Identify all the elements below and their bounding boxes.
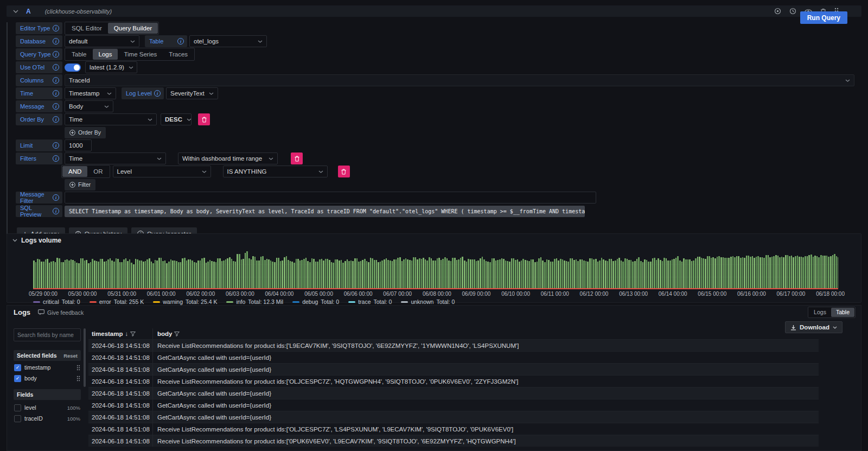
volume-bar bbox=[763, 258, 765, 289]
legend-item-warning[interactable]: warningTotal: 25.4 K bbox=[153, 298, 217, 305]
info-icon[interactable]: i bbox=[53, 208, 59, 214]
give-feedback-link[interactable]: Give feedback bbox=[38, 309, 84, 316]
table-row[interactable]: 2024-06-18 14:51:08GetCartAsync called w… bbox=[88, 411, 819, 423]
view-option-logs[interactable]: Logs bbox=[809, 308, 831, 317]
search-fields-input[interactable] bbox=[14, 328, 81, 341]
log-level-column-select[interactable]: SeverityText bbox=[166, 87, 218, 99]
legend-item-critical[interactable]: criticalTotal: 0 bbox=[33, 298, 80, 305]
filter-funnel-icon[interactable] bbox=[174, 332, 180, 336]
info-icon[interactable]: i bbox=[53, 103, 59, 110]
filter-operator-select[interactable]: Within dashboard time range bbox=[178, 153, 278, 164]
remove-order-by-button[interactable] bbox=[198, 113, 210, 125]
table-select[interactable]: otel_logs bbox=[189, 35, 267, 47]
duplicate-query-icon[interactable] bbox=[774, 8, 781, 15]
filter-funnel-icon[interactable] bbox=[130, 332, 136, 336]
table-row[interactable]: 2024-06-18 14:51:08GetCartAsync called w… bbox=[88, 363, 819, 375]
legend-item-unknown[interactable]: unknownTotal: 0 bbox=[401, 298, 455, 305]
checkbox-checked[interactable]: ✓ bbox=[14, 364, 21, 371]
filter2-field-select[interactable]: Level bbox=[113, 166, 211, 177]
remove-filter-button[interactable] bbox=[291, 153, 303, 164]
chevron-down-icon[interactable] bbox=[12, 239, 17, 242]
checkbox-checked[interactable]: ✓ bbox=[14, 375, 21, 382]
volume-bar bbox=[123, 259, 125, 289]
query-type-option-time-series[interactable]: Time Series bbox=[118, 49, 163, 60]
table-row[interactable]: 2024-06-18 14:51:08GetCartAsync called w… bbox=[88, 399, 819, 411]
plus-circle-icon bbox=[69, 182, 75, 188]
order-by-field-select[interactable]: Time bbox=[65, 113, 157, 125]
checkbox-unchecked[interactable] bbox=[14, 404, 21, 411]
volume-bar bbox=[558, 261, 559, 289]
message-filter-input[interactable] bbox=[65, 192, 596, 204]
query-type-option-logs[interactable]: Logs bbox=[93, 49, 118, 60]
filter2-operator-select[interactable]: IS ANYTHING bbox=[223, 166, 328, 177]
table-row[interactable]: 2024-06-18 14:51:08GetCartAsync called w… bbox=[88, 351, 819, 363]
info-icon[interactable]: i bbox=[53, 38, 59, 45]
query-type-option-table[interactable]: Table bbox=[66, 49, 93, 60]
bool-option-or[interactable]: OR bbox=[87, 166, 108, 177]
table-row[interactable]: 2024-06-18 14:51:08Receive ListRecommend… bbox=[88, 423, 819, 435]
info-icon[interactable]: i bbox=[53, 25, 59, 31]
info-icon[interactable]: i bbox=[53, 142, 59, 149]
database-select[interactable]: default bbox=[65, 35, 139, 47]
table-row[interactable]: 2024-06-18 14:51:08GetCartAsync called w… bbox=[88, 387, 819, 399]
table-row[interactable]: 2024-06-18 14:51:08Receive ListRecommend… bbox=[88, 435, 819, 447]
query-row-header[interactable]: A (clickhouse-observability) bbox=[7, 5, 861, 17]
query-history-icon[interactable] bbox=[789, 8, 796, 15]
info-icon[interactable]: i bbox=[177, 38, 184, 45]
info-icon[interactable]: i bbox=[53, 90, 59, 97]
view-option-table[interactable]: Table bbox=[831, 308, 854, 317]
volume-bar bbox=[638, 257, 640, 289]
sort-desc-icon[interactable]: ↓ bbox=[125, 331, 129, 337]
info-icon[interactable]: i bbox=[53, 51, 59, 58]
info-icon[interactable]: i bbox=[53, 116, 59, 123]
info-icon[interactable]: i bbox=[53, 194, 59, 201]
sidebar-scrollbar[interactable] bbox=[81, 328, 88, 450]
volume-bar bbox=[456, 260, 458, 289]
drag-handle-icon[interactable] bbox=[76, 365, 80, 371]
body-column-header[interactable]: body bbox=[152, 328, 819, 339]
info-icon[interactable]: i bbox=[154, 90, 161, 97]
volume-bar bbox=[129, 259, 131, 289]
volume-bar bbox=[352, 261, 354, 289]
volume-bar bbox=[333, 263, 334, 289]
time-column-select[interactable]: Timestamp bbox=[65, 87, 116, 99]
otel-version-select[interactable]: latest (1.2.9) bbox=[85, 61, 137, 73]
drag-handle-icon[interactable] bbox=[76, 376, 80, 382]
columns-multiselect[interactable]: TraceId bbox=[65, 74, 854, 86]
message-column-select[interactable]: Body bbox=[65, 100, 113, 112]
volume-bar bbox=[826, 256, 828, 289]
table-row[interactable]: 2024-06-18 14:51:08Receive ListRecommend… bbox=[88, 339, 819, 351]
reset-button[interactable]: Reset bbox=[63, 353, 78, 359]
scrollbar-thumb[interactable] bbox=[84, 328, 86, 387]
chevron-down-icon[interactable] bbox=[13, 10, 18, 13]
volume-bar bbox=[227, 258, 228, 289]
volume-bar bbox=[409, 260, 411, 289]
add-filter-button[interactable]: Filter bbox=[65, 179, 95, 190]
timestamp-column-header[interactable]: timestamp ↓ bbox=[88, 331, 152, 337]
editor-type-option-query-builder[interactable]: Query Builder bbox=[108, 23, 158, 34]
filter-field-select[interactable]: Time bbox=[65, 153, 166, 164]
order-by-direction-select[interactable]: DESC bbox=[161, 113, 192, 125]
remove-filter2-button[interactable] bbox=[338, 166, 350, 177]
bool-option-and[interactable]: AND bbox=[62, 166, 87, 177]
sql-preview-text[interactable]: SELECT Timestamp as timestamp, Body as b… bbox=[65, 206, 585, 217]
query-type-option-traces[interactable]: Traces bbox=[163, 49, 194, 60]
table-row[interactable]: 2024-06-18 14:51:08Receive ListRecommend… bbox=[88, 375, 819, 387]
legend-item-trace[interactable]: traceTotal: 0 bbox=[348, 298, 392, 305]
legend-item-debug[interactable]: debugTotal: 0 bbox=[292, 298, 339, 305]
legend-item-error[interactable]: errorTotal: 255 K bbox=[90, 298, 144, 305]
logs-volume-chart[interactable]: 010 K20 K bbox=[33, 248, 838, 289]
add-order-by-button[interactable]: Order By bbox=[65, 127, 106, 138]
volume-bar bbox=[372, 258, 373, 289]
info-icon[interactable]: i bbox=[53, 64, 59, 71]
use-otel-toggle[interactable] bbox=[65, 63, 81, 72]
datasource-name: (clickhouse-observability) bbox=[45, 8, 112, 15]
legend-item-info[interactable]: infoTotal: 12.3 Mil bbox=[226, 298, 283, 305]
volume-bar bbox=[415, 257, 417, 289]
editor-type-option-sql-editor[interactable]: SQL Editor bbox=[66, 23, 108, 34]
limit-input[interactable]: 1000 bbox=[65, 139, 92, 151]
panel-title[interactable]: Logs volume bbox=[21, 237, 61, 244]
info-icon[interactable]: i bbox=[53, 155, 59, 162]
info-icon[interactable]: i bbox=[53, 77, 59, 84]
checkbox-unchecked[interactable] bbox=[14, 415, 21, 422]
